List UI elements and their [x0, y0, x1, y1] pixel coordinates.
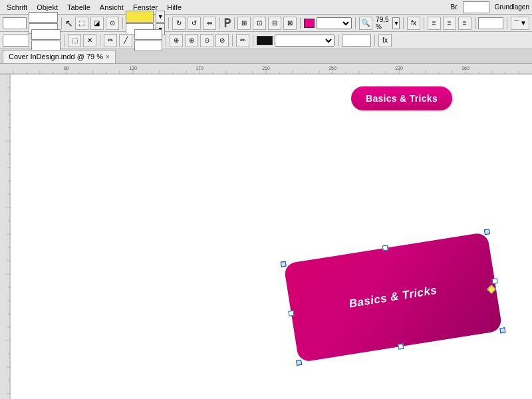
rotate2-icon[interactable]: ↺ [188, 17, 201, 30]
handle-mr[interactable] [492, 278, 498, 284]
icon-grid2[interactable]: ⊡ [253, 17, 266, 30]
sep9 [424, 17, 424, 29]
page-canvas: Basics & Tricks Basics & Tricks [11, 74, 532, 399]
menu-objekt[interactable]: Objekt [33, 2, 62, 13]
rotate-icon[interactable]: ↻ [172, 17, 186, 30]
sep-b6 [338, 35, 338, 47]
angle-input[interactable]: -9° [126, 11, 154, 23]
width-input[interactable] [3, 17, 27, 29]
sep-b4 [232, 35, 233, 47]
cursor-icon: ↖ [65, 18, 73, 29]
tb-icon-b1[interactable]: ⬚ [68, 34, 81, 47]
tb-icon-3[interactable]: ⊙ [106, 17, 119, 30]
pencil-icon[interactable]: ✏ [104, 34, 117, 47]
menubar: Schrift Objekt Tabelle Ansicht Fenster H… [0, 0, 532, 15]
svg-text:170: 170 [196, 66, 203, 70]
icon-grid4[interactable]: ⊠ [283, 17, 297, 30]
angle-b2-input[interactable] [134, 41, 162, 51]
handle-tm[interactable] [382, 245, 388, 251]
handle-tl[interactable] [281, 261, 287, 267]
line-icon[interactable]: ╱ [119, 34, 132, 47]
sep8 [403, 17, 404, 29]
curve-btn[interactable]: ⌒▼ [511, 17, 529, 30]
document-tab[interactable]: Cover InDesign.indd @ 79 % × [3, 50, 116, 63]
tb-icon-b2[interactable]: ⊕ [170, 34, 183, 47]
br-label: Br. [451, 3, 459, 11]
tb-icon-1[interactable]: ⬚ [75, 17, 88, 30]
horizontal-ruler: 80 130 170 210 250 230 260 [0, 64, 532, 74]
zoom-percent: 79,5 % [374, 16, 390, 31]
sep-b2 [100, 35, 100, 47]
sep2 [122, 17, 123, 29]
menu-ansicht[interactable]: Ansicht [96, 2, 128, 13]
sep-b1 [64, 35, 65, 47]
handle-tr[interactable] [484, 229, 490, 235]
align-center-btn[interactable]: ≡ [458, 17, 471, 30]
sep11 [507, 17, 507, 29]
flip-h-icon[interactable]: ⇔ [203, 17, 216, 30]
sep10 [475, 17, 475, 29]
menu-tabelle[interactable]: Tabelle [63, 2, 94, 13]
formula-btn[interactable]: fx [407, 17, 420, 30]
sep-b7 [374, 35, 375, 47]
stroke-select[interactable] [317, 17, 352, 29]
sep3 [168, 17, 169, 29]
effects-icon[interactable]: fx [378, 34, 392, 47]
pill-button[interactable]: Basics & Tricks [351, 86, 452, 110]
tab-close-btn[interactable]: × [106, 53, 110, 61]
tab-label: Cover InDesign.indd @ 79 % [9, 53, 103, 61]
svg-text:230: 230 [395, 66, 403, 70]
svg-text:130: 130 [129, 66, 137, 70]
sep7 [355, 17, 356, 29]
sep5 [234, 17, 235, 29]
opacity-input[interactable] [342, 35, 371, 47]
menu-hilfe[interactable]: Hilfe [163, 2, 186, 13]
stroke-color-swatch[interactable] [257, 36, 273, 45]
tb-input-b1[interactable] [31, 29, 61, 40]
align-right-btn[interactable]: ≡ [443, 17, 456, 30]
sep6 [300, 17, 301, 29]
svg-rect-48 [0, 74, 11, 399]
icon-grid3[interactable]: ⊟ [268, 17, 281, 30]
fill-color-swatch[interactable] [304, 19, 315, 28]
svg-text:210: 210 [262, 66, 270, 70]
svg-text:260: 260 [462, 66, 469, 70]
erase-icon[interactable]: ✕ [83, 34, 96, 47]
stroke-select-b[interactable] [275, 35, 334, 47]
pencil-b-icon[interactable]: ✏ [236, 34, 249, 47]
mm-input-left[interactable]: 57 mm [3, 35, 29, 47]
ruler-svg: 80 130 170 210 250 230 260 [0, 64, 532, 74]
svg-text:80: 80 [64, 66, 69, 70]
mm-input-right[interactable]: 5 mm [478, 17, 503, 29]
sep-b3 [166, 35, 166, 47]
angle-b-input[interactable] [134, 29, 162, 40]
svg-text:250: 250 [329, 66, 336, 70]
handle-br[interactable] [499, 327, 505, 333]
vruler-svg [0, 74, 11, 399]
zoom-dropdown[interactable]: ▼ [392, 17, 400, 29]
tb-icon-b3[interactable]: ⊕ [185, 34, 198, 47]
angle-dropdown[interactable]: ▼ [156, 11, 165, 23]
grundlagen-label: Grundlagen [495, 3, 529, 11]
sep-b5 [253, 35, 253, 47]
align-left-btn[interactable]: ≡ [428, 17, 441, 30]
toolbar-bottom: 57 mm ⬚ ✕ ✏ ╱ ⊕ ⊕ ⊙ ⊘ ✏ fx [0, 32, 532, 49]
handle-bl[interactable] [296, 360, 302, 366]
tb-icon-2[interactable]: ◪ [90, 17, 104, 30]
tabbar: Cover InDesign.indd @ 79 % × [0, 49, 532, 64]
zoom-out-btn[interactable]: 🔍 [359, 17, 372, 30]
toolbar-top: 100 % 100 % ↖ ⬚ ◪ ⊙ -9° 0° ▼ ▼ ↻ ↺ ⇔ 𝖯 ⊞… [0, 15, 532, 32]
zoom-input[interactable]: 100 % [29, 12, 58, 23]
sep1 [61, 17, 62, 29]
menu-schrift[interactable]: Schrift [3, 2, 31, 13]
br-input[interactable] [463, 1, 489, 13]
sep4 [219, 17, 220, 29]
card-text: Basics & Tricks [348, 284, 438, 311]
handle-bm[interactable] [398, 344, 404, 350]
tb-icon-b5[interactable]: ⊘ [215, 34, 229, 47]
handle-ml[interactable] [288, 311, 294, 317]
vertical-ruler [0, 74, 11, 399]
tb-icon-b4[interactable]: ⊙ [200, 34, 213, 47]
p-icon: 𝖯 [223, 16, 231, 31]
icon-grid[interactable]: ⊞ [237, 17, 251, 30]
